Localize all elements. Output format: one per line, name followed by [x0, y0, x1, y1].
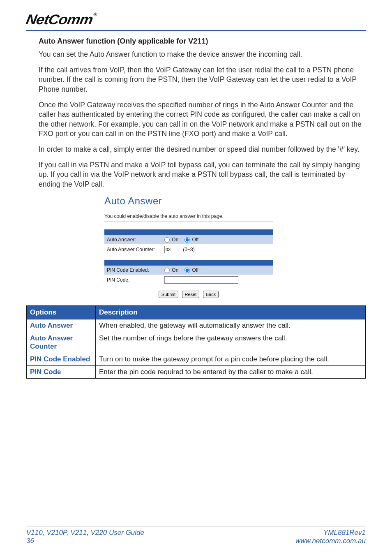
footer-doc-rev: YML881Rev1	[295, 529, 366, 537]
footer-page-number: 36	[26, 537, 144, 545]
table-row: Auto Answer Counter Set the number of ri…	[27, 332, 366, 353]
pin-code-input[interactable]	[164, 276, 238, 284]
options-col-header: Options	[27, 306, 96, 319]
pin-panel: PIN Code Enabled: On Off PIN Code:	[104, 260, 273, 285]
auto-answer-off-radio[interactable]	[184, 237, 190, 243]
auto-answer-counter-label: Auto Answer Counter:	[107, 247, 164, 252]
ui-divider	[104, 222, 273, 222]
auto-answer-off-option[interactable]: Off	[184, 237, 198, 243]
option-name: PIN Code Enabled	[27, 353, 96, 366]
pin-enabled-off-radio[interactable]	[184, 268, 190, 273]
auto-answer-label: Auto Answer:	[107, 237, 164, 243]
paragraph: If the call arrives from VoIP, then the …	[39, 65, 366, 95]
brand-reg: ®	[93, 12, 97, 17]
table-row: PIN Code Enabled Turn on to make the gat…	[27, 353, 366, 366]
paragraph: You can set the Auto Answer function to …	[39, 50, 366, 60]
section-heading: Auto Answer function (Only applicable fo…	[39, 37, 366, 46]
embedded-ui-screenshot: Auto Answer You could enable/disable the…	[104, 195, 366, 298]
brand-logo: NetComm®	[25, 12, 384, 28]
auto-answer-counter-input[interactable]	[164, 246, 178, 253]
option-name: Auto Answer Counter	[27, 332, 96, 353]
option-desc: Turn on to make the gateway prompt for a…	[96, 353, 366, 366]
table-row: PIN Code Enter the pin code required to …	[27, 366, 366, 379]
pin-code-label: PIN Code:	[107, 277, 164, 283]
footer-rule	[26, 527, 366, 527]
pin-code-row: PIN Code:	[104, 275, 273, 285]
header-rule	[26, 30, 366, 31]
paragraph: In order to make a call, simply enter th…	[39, 145, 366, 155]
pin-enabled-label: PIN Code Enabled:	[107, 267, 164, 273]
table-row: Auto Answer When enabled, the gateway wi…	[27, 319, 366, 332]
description-col-header: Description	[96, 306, 366, 319]
auto-answer-counter-row: Auto Answer Counter: (0~8)	[104, 244, 273, 255]
submit-button[interactable]: Submit	[159, 291, 178, 298]
options-table: Options Description Auto Answer When ena…	[26, 305, 366, 379]
pin-enabled-off-option[interactable]: Off	[184, 267, 198, 273]
panel-header-bar	[104, 229, 273, 235]
brand-name: NetComm	[25, 12, 94, 27]
auto-answer-on-option[interactable]: On	[164, 237, 178, 243]
pin-enabled-on-option[interactable]: On	[164, 267, 178, 273]
auto-answer-panel: Auto Answer: On Off Auto Answer Counter:…	[104, 229, 273, 255]
option-desc: Set the number of rings before the gatew…	[96, 332, 366, 353]
pin-enabled-row: PIN Code Enabled: On Off	[104, 266, 273, 275]
option-name: PIN Code	[27, 366, 96, 379]
panel-header-bar	[104, 260, 273, 266]
footer-url: www.netcomm.com.au	[295, 537, 366, 545]
option-desc: Enter the pin code required to be entere…	[96, 366, 366, 379]
ui-page-title: Auto Answer	[104, 195, 366, 207]
ui-button-row: Submit Reset Back	[104, 290, 273, 298]
ui-subtext: You could enable/disable the auto answer…	[104, 213, 366, 219]
auto-answer-on-radio[interactable]	[164, 237, 170, 243]
auto-answer-row: Auto Answer: On Off	[104, 235, 273, 244]
page-footer: V110, V210P, V211, V220 User Guide 36 YM…	[26, 527, 366, 545]
option-name: Auto Answer	[27, 319, 96, 332]
reset-button[interactable]: Reset	[182, 291, 200, 298]
back-button[interactable]: Back	[203, 291, 219, 298]
footer-guide-title: V110, V210P, V211, V220 User Guide	[26, 529, 144, 537]
paragraph: Once the VoIP Gateway receives the speci…	[39, 100, 366, 139]
option-desc: When enabled, the gateway will automatic…	[96, 319, 366, 332]
counter-range-hint: (0~8)	[183, 247, 194, 252]
paragraph: If you call in via PSTN and make a VoIP …	[39, 160, 366, 190]
pin-enabled-on-radio[interactable]	[164, 268, 170, 273]
